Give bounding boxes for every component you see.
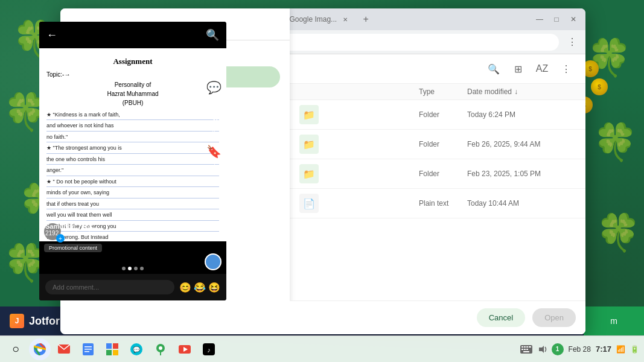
col-date-header[interactable]: Date modified ↓ (467, 87, 576, 96)
dot-1 (122, 267, 126, 270)
files-icon[interactable] (101, 338, 123, 360)
current-user-avatar (205, 253, 222, 270)
cancel-button[interactable]: Cancel (477, 308, 525, 327)
like-button[interactable]: ♡ 34 (206, 48, 222, 71)
table-row[interactable]: 📄 Plain text Today 10:44 AM (290, 189, 585, 218)
chrome-icon[interactable] (29, 338, 51, 360)
gmail-icon[interactable] (53, 338, 75, 360)
bookmark-icon: 🔖 (206, 144, 222, 159)
social-actions: ♡ 34 💬 5 ↗ 4 🔖 4 (206, 48, 222, 167)
youtube-icon[interactable] (174, 338, 196, 360)
svg-text:♪: ♪ (207, 346, 211, 354)
notification-badge[interactable]: 1 (552, 343, 564, 355)
share-count: 4 (212, 128, 216, 135)
share-button[interactable]: ↗ 4 (206, 112, 222, 135)
table-row[interactable]: 📁 Folder Today 6:24 PM (290, 100, 585, 130)
svg-rect-25 (524, 349, 526, 350)
svg-rect-5 (84, 349, 92, 350)
date-modified-label: Date modified (467, 87, 512, 96)
comment-count: 5 (212, 96, 216, 103)
browser-menu-button[interactable]: ⋮ (564, 34, 581, 51)
green-bar-text: m (610, 316, 617, 326)
svg-text:💬: 💬 (133, 346, 141, 354)
messages-icon[interactable]: 💬 (126, 338, 147, 360)
paper-line-7: ★ " Do not be people without (46, 178, 219, 188)
sort-az-label: AZ (536, 63, 548, 74)
keyboard-icon (520, 345, 532, 354)
svg-rect-26 (526, 349, 528, 350)
bookmark-button[interactable]: 🔖 4 (206, 144, 222, 167)
assignment-title: Assignment (46, 56, 219, 68)
comment-icon: 💬 (206, 80, 222, 95)
assignment-topic: Topic:-→ (46, 70, 219, 79)
sort-az-button[interactable]: AZ (532, 59, 552, 78)
jotform-icon: J (10, 314, 24, 328)
new-tab-button[interactable]: + (359, 12, 373, 27)
svg-point-14 (159, 346, 162, 350)
green-open-bar: m (584, 306, 644, 335)
file-date-1: Today 6:24 PM (467, 110, 576, 119)
text-file-icon: 📄 (299, 194, 319, 213)
dot-2 (128, 267, 132, 270)
table-row[interactable]: 📁 Folder Feb 23, 2025, 1:05 PM (290, 159, 585, 189)
file-list-header: 🔍 ⊞ AZ ⋮ (290, 54, 585, 84)
tab-close-3[interactable]: ✕ (340, 14, 350, 24)
emoji-buttons: 😊 😂 😆 (179, 282, 220, 293)
open-button[interactable]: Open (532, 308, 576, 327)
emoji-lol[interactable]: 😆 (208, 282, 220, 293)
comment-input-field[interactable]: Add comment... (45, 280, 174, 294)
svg-rect-6 (84, 351, 89, 352)
grid-view-button[interactable]: ⊞ (508, 59, 528, 78)
tiktok-icon[interactable]: ♪ (198, 338, 220, 360)
file-date-4: Today 10:44 AM (467, 199, 576, 208)
file-type-1: Folder (419, 110, 467, 119)
taskbar-time: 7:17 (596, 345, 611, 354)
emoji-laugh[interactable]: 😂 (194, 282, 206, 293)
file-date-2: Feb 26, 2025, 9:44 AM (467, 140, 576, 148)
taskbar-date: Feb 28 (569, 345, 591, 354)
file-date-3: Feb 23, 2025, 1:05 PM (467, 170, 576, 178)
tab-label-3: Google Imag... (289, 15, 337, 24)
social-search-button[interactable]: 🔍 (206, 28, 219, 42)
more-options-button[interactable]: ⋮ (556, 59, 576, 78)
assignment-subject: Personality ofHazrat Muhammad(PBUH) (46, 80, 219, 107)
sort-icon: ↓ (514, 87, 518, 96)
wifi-icon: 📶 (616, 345, 625, 354)
file-picker-actions: Cancel Open (290, 300, 585, 334)
dot-3 (134, 267, 138, 270)
paper-line-4: ★ "The strongest among you is (46, 144, 219, 154)
paper-line-5: the one who controls his (46, 156, 219, 165)
taskbar: ○ 💬 ♪ (0, 335, 644, 362)
svg-rect-22 (526, 346, 528, 348)
svg-rect-21 (524, 346, 526, 348)
audio-icon (537, 345, 547, 354)
dot-4 (140, 267, 144, 270)
comment-bar: Add comment... 😊 😂 😆 (39, 274, 226, 300)
home-button[interactable]: ○ (5, 338, 27, 360)
social-media-overlay: ← 🔍 Assignment Topic:-→ Personality ofHa… (39, 22, 226, 300)
social-username: Samundri Tehs... (45, 223, 196, 230)
emoji-smile[interactable]: 😊 (179, 282, 191, 293)
comment-button[interactable]: 💬 5 (206, 80, 222, 103)
paper-line-1: ★ "Kindness is a mark of faith, (46, 111, 219, 121)
maximize-button[interactable]: □ (549, 12, 564, 27)
close-button[interactable]: ✕ (566, 12, 581, 27)
svg-rect-27 (523, 351, 529, 352)
coin-2: $ (591, 78, 608, 95)
paper-line-9: that if others treat you (46, 200, 219, 210)
table-row[interactable]: 📁 Folder Feb 26, 2025, 9:44 AM (290, 130, 585, 159)
file-type-4: Plain text (419, 199, 467, 208)
search-button[interactable]: 🔍 (484, 59, 503, 78)
minimize-button[interactable]: — (532, 12, 547, 27)
paper-line-6: anger." (46, 167, 219, 176)
col-type-header: Type (419, 87, 467, 96)
follow-plus-icon[interactable]: + (56, 234, 65, 243)
social-back-button[interactable]: ← (46, 29, 57, 42)
maps-icon[interactable] (150, 338, 171, 360)
svg-rect-8 (113, 343, 118, 349)
file-type-2: Folder (419, 140, 467, 148)
file-table-header: Type Date modified ↓ (290, 84, 585, 100)
docs-icon[interactable] (77, 338, 99, 360)
folder-icon-2: 📁 (299, 135, 319, 154)
svg-rect-4 (84, 346, 92, 348)
